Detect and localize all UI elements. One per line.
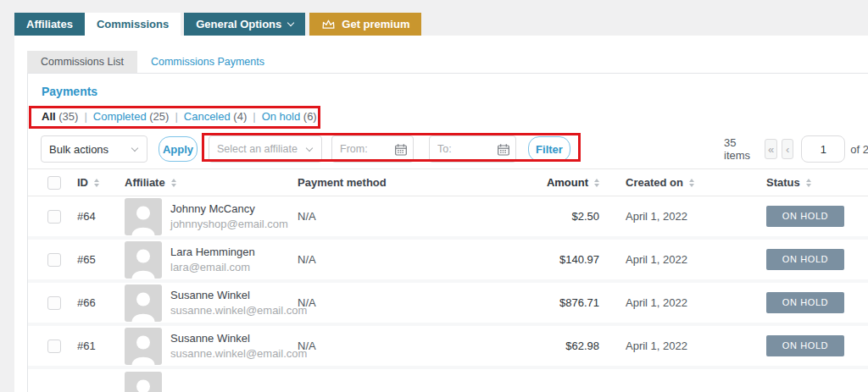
view-completed-count: (25) — [149, 110, 169, 123]
status-badge: ON HOLD — [766, 335, 844, 356]
status-view-links: All (35)|Completed (25)|Canceled (4)|On … — [42, 110, 317, 123]
get-premium-label: Get premium — [342, 18, 409, 30]
header-id-label: ID — [77, 176, 88, 189]
crown-icon — [321, 19, 336, 30]
header-amount[interactable]: Amount — [443, 169, 599, 196]
select-row-checkbox[interactable] — [47, 210, 61, 224]
header-affiliate-label: Affiliate — [125, 176, 165, 189]
amount: $140.97 — [443, 240, 599, 279]
payment-id: #66 — [77, 283, 120, 323]
view-canceled[interactable]: Canceled (4) — [184, 110, 247, 123]
sort-icon — [689, 179, 694, 187]
table-row: #61 Susanne Winkel susanne.winkel@email.… — [28, 326, 868, 369]
select-row-checkbox[interactable] — [47, 253, 61, 267]
table-row-partial — [28, 369, 868, 392]
bulk-actions-select[interactable]: Bulk actions — [41, 135, 147, 163]
items-count: 35 items — [724, 136, 756, 162]
main-panel: Commissions List Commissions Payments Pa… — [14, 36, 868, 392]
view-divider: | — [84, 110, 86, 123]
affiliate-email: susanne.winkel@email.com — [170, 346, 307, 362]
view-completed[interactable]: Completed (25) — [93, 110, 170, 123]
view-completed-label: Completed — [93, 110, 147, 123]
view-all-label: All — [42, 110, 56, 123]
affiliates-commissions-page: { "colors": { "teal": "#2e6c80", "gold":… — [0, 0, 868, 392]
affiliate-email: johnnyshop@email.com — [170, 217, 288, 232]
affiliate-name: Susanne Winkel — [170, 331, 307, 346]
status-badge: ON HOLD — [766, 292, 844, 313]
sort-icon — [806, 179, 811, 187]
avatar — [125, 241, 162, 279]
table-row: #65 Lara Hemmingen lara@email.com N/A $1… — [28, 240, 868, 283]
table-row: #64 Johnny McCancy johnnyshop@email.com … — [28, 196, 868, 240]
page-title: Payments — [42, 85, 97, 98]
date-from-field — [331, 135, 414, 163]
get-premium-button[interactable]: Get premium — [309, 13, 421, 36]
header-affiliate[interactable]: Affiliate — [125, 169, 311, 196]
table-row: #66 Susanne Winkel susanne.winkel@email.… — [28, 283, 868, 326]
first-page-button[interactable]: « — [765, 139, 776, 159]
affiliate-select-placeholder: Select an affiliate — [217, 143, 298, 155]
affiliate-select[interactable]: Select an affiliate — [209, 135, 322, 163]
view-on-hold-count: (6) — [303, 110, 317, 123]
payment-id: #65 — [77, 240, 120, 279]
view-divider: | — [175, 110, 177, 123]
avatar — [125, 284, 162, 322]
view-canceled-label: Canceled — [184, 110, 231, 123]
calendar-icon[interactable] — [394, 143, 408, 159]
view-all[interactable]: All (35) — [42, 110, 78, 123]
header-payment-method: Payment method — [298, 169, 450, 196]
chevron-down-icon — [287, 19, 294, 26]
payment-id: #61 — [77, 326, 120, 366]
commissions-sub-tabs: Commissions List Commissions Payments — [27, 51, 278, 73]
bulk-actions-value: Bulk actions — [49, 143, 108, 156]
created-on: April 1, 2022 — [626, 240, 736, 279]
sort-icon — [594, 179, 599, 187]
header-status[interactable]: Status — [766, 169, 851, 196]
header-id[interactable]: ID — [77, 169, 120, 196]
tab-affiliates[interactable]: Affiliates — [14, 13, 85, 36]
avatar — [125, 198, 162, 235]
prev-page-button[interactable]: ‹ — [782, 139, 793, 159]
created-on: April 1, 2022 — [626, 326, 736, 366]
header-amount-label: Amount — [547, 176, 588, 189]
select-row-checkbox[interactable] — [47, 340, 61, 353]
header-created-on[interactable]: Created on — [626, 169, 736, 196]
chevron-down-icon — [131, 144, 138, 151]
payments-table: ID Affiliate Payment method Amount Creat… — [28, 168, 868, 392]
status-badge: ON HOLD — [766, 249, 844, 270]
general-options-label: General Options — [196, 18, 281, 30]
pagination: 35 items « ‹ of 2 — [724, 135, 868, 163]
date-to-field — [429, 135, 516, 163]
apply-button[interactable]: Apply — [159, 136, 198, 162]
view-canceled-count: (4) — [233, 110, 247, 123]
header-status-label: Status — [766, 176, 800, 189]
select-row-checkbox[interactable] — [47, 296, 61, 310]
sort-icon — [94, 179, 99, 187]
amount: $2.50 — [443, 196, 599, 236]
filter-button[interactable]: Filter — [528, 136, 570, 162]
current-page-input[interactable] — [801, 135, 845, 163]
header-created-on-label: Created on — [626, 176, 683, 189]
amount: $62.98 — [443, 326, 599, 366]
amount: $876.71 — [443, 283, 599, 323]
view-on-hold-label: On hold — [262, 110, 301, 123]
view-on-hold[interactable]: On hold (6) — [262, 110, 317, 123]
tab-commissions-payments[interactable]: Commissions Payments — [137, 51, 278, 73]
tab-general-options[interactable]: General Options — [184, 13, 305, 36]
affiliate-name: Susanne Winkel — [170, 288, 307, 303]
view-all-count: (35) — [58, 110, 78, 123]
affiliate-email: lara@email.com — [170, 260, 255, 275]
table-header-row: ID Affiliate Payment method Amount Creat… — [28, 168, 868, 196]
tab-commissions[interactable]: Commissions — [85, 13, 181, 36]
plugin-nav-tabs: Affiliates Commissions General Options G… — [14, 13, 421, 36]
tab-commissions-list[interactable]: Commissions List — [27, 51, 137, 73]
affiliate-email: susanne.winkel@email.com — [170, 303, 307, 318]
avatar — [125, 328, 162, 365]
select-all-checkbox[interactable] — [47, 176, 61, 190]
view-divider: | — [253, 110, 255, 123]
avatar — [125, 372, 162, 392]
calendar-icon[interactable] — [497, 143, 510, 159]
payment-method: N/A — [298, 326, 450, 366]
payment-id: #64 — [77, 196, 120, 236]
payment-method: N/A — [298, 196, 450, 236]
